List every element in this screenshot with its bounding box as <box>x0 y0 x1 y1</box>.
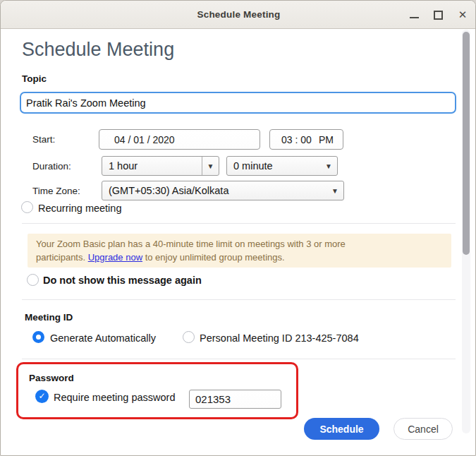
recurring-meeting-label: Recurring meeting <box>38 203 121 214</box>
password-input[interactable] <box>189 390 281 409</box>
duration-hours-select[interactable]: 1 hour ▼ <box>102 156 219 176</box>
notice-line2-suffix: to enjoy unlimited group meetings. <box>142 252 285 263</box>
generate-automatically-radio[interactable] <box>32 331 44 343</box>
require-password-label: Require meeting password <box>54 392 175 403</box>
start-date-input[interactable] <box>99 129 260 150</box>
start-time-meridiem: PM <box>319 134 334 145</box>
timezone-select[interactable]: (GMT+05:30) Asia/Kolkata ▼ <box>102 181 344 200</box>
chevron-down-icon[interactable]: ▼ <box>320 157 337 175</box>
titlebar: Schedule Meeting ✕ <box>1 1 476 29</box>
duration-minutes-value: 0 minute <box>227 160 320 172</box>
cancel-button[interactable]: Cancel <box>393 418 453 440</box>
minimize-icon[interactable] <box>410 17 419 18</box>
notice-line1: Your Zoom Basic plan has a 40-minute tim… <box>36 239 346 249</box>
chevron-down-icon[interactable]: ▼ <box>327 181 343 200</box>
personal-meeting-id-radio[interactable] <box>183 331 195 343</box>
timezone-value: (GMT+05:30) Asia/Kolkata <box>102 185 327 196</box>
dismiss-message-label: Do not show this message again <box>43 275 202 286</box>
dismiss-message-checkbox[interactable] <box>27 274 39 286</box>
page-title: Schedule Meeting <box>22 39 174 61</box>
recurring-meeting-checkbox[interactable] <box>21 201 33 213</box>
plan-limit-notice: Your Zoom Basic plan has a 40-minute tim… <box>28 234 451 268</box>
scrollbar-thumb[interactable] <box>463 32 470 255</box>
notice-line2-prefix: participants. <box>36 252 88 263</box>
start-label: Start: <box>32 134 55 145</box>
window-title: Schedule Meeting <box>1 9 476 20</box>
upgrade-now-link[interactable]: Upgrade now <box>88 252 142 263</box>
maximize-icon[interactable] <box>434 11 443 20</box>
schedule-button[interactable]: Schedule <box>304 418 379 440</box>
duration-label: Duration: <box>32 161 71 172</box>
divider <box>22 223 456 224</box>
personal-meeting-id-label: Personal Meeting ID 213-425-7084 <box>200 332 359 344</box>
close-icon[interactable]: ✕ <box>457 8 468 22</box>
require-password-checkbox[interactable]: ✓ <box>35 390 49 403</box>
password-label: Password <box>29 373 74 383</box>
chevron-down-icon[interactable]: ▼ <box>202 157 219 175</box>
duration-minutes-select[interactable]: 0 minute ▼ <box>226 156 338 176</box>
topic-input[interactable] <box>20 92 456 114</box>
meeting-id-label: Meeting ID <box>25 312 73 323</box>
timezone-label: Time Zone: <box>32 186 80 196</box>
start-time-value: 03 : 00 <box>281 134 312 145</box>
schedule-meeting-dialog: Schedule Meeting ✕ Schedule Meeting Topi… <box>0 0 476 456</box>
divider <box>22 359 456 359</box>
divider <box>22 299 456 300</box>
duration-hours-value: 1 hour <box>102 160 202 172</box>
start-time-input[interactable]: 03 : 00 PM <box>269 129 343 150</box>
generate-automatically-label: Generate Automatically <box>50 332 156 344</box>
topic-label: Topic <box>22 73 47 84</box>
